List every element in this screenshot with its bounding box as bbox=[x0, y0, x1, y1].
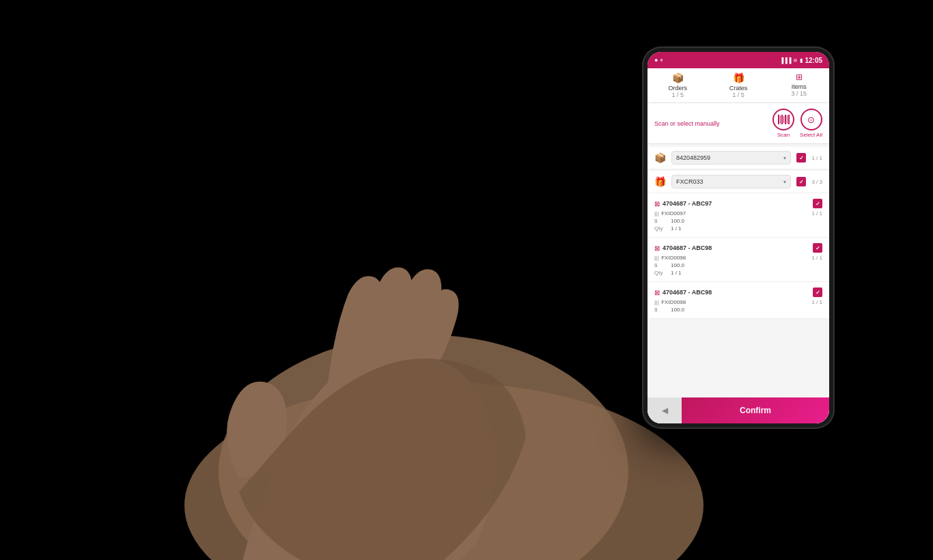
nav-tabs: 📦 Orders 1 / 5 🎁 Crates 1 / 5 ⊞ Items 3 … bbox=[647, 68, 829, 103]
item-1-price-row: $ 100.0 bbox=[654, 218, 822, 224]
item-2-qty: 1 / 1 bbox=[671, 270, 682, 276]
item-1-barcode-row: ||| FXID0097 1 / 1 bbox=[654, 210, 822, 216]
crate-id: FXCR033 bbox=[676, 178, 704, 185]
back-button[interactable]: ◀ bbox=[647, 397, 682, 423]
item-2-barcode-row: ||| FXID0098 1 / 1 bbox=[654, 255, 822, 261]
crates-count: 1 / 5 bbox=[732, 92, 744, 98]
orders-count: 1 / 5 bbox=[672, 92, 684, 98]
order-chevron: ▾ bbox=[783, 155, 786, 161]
order-selector[interactable]: 8420482959 ▾ bbox=[671, 151, 791, 165]
item-2-qty-label: Qty bbox=[654, 270, 668, 276]
items-label: Items bbox=[792, 83, 807, 90]
item-2-price-row: $ 100.0 bbox=[654, 262, 822, 268]
crate-icon: 🎁 bbox=[654, 176, 666, 187]
item-3-header: ⊠ 4704687 - ABC98 bbox=[654, 288, 822, 297]
orders-label: Orders bbox=[669, 85, 688, 92]
item-2-icon: ⊠ bbox=[654, 244, 660, 252]
tab-orders[interactable]: 📦 Orders 1 / 5 bbox=[647, 68, 708, 102]
scan-button-circle bbox=[772, 109, 794, 130]
item-2-checkbox[interactable] bbox=[813, 243, 822, 253]
item-3-dollar-icon: $ bbox=[654, 307, 668, 313]
item-3-barcode: FXID0098 bbox=[661, 299, 809, 305]
status-bar: ● ⌖ ▐▐▐ ≋ ▮ 12:05 bbox=[647, 52, 829, 68]
wifi-icon: ● bbox=[654, 57, 658, 64]
item-1-dollar-icon: $ bbox=[654, 218, 668, 224]
crate-chevron: ▾ bbox=[783, 179, 786, 185]
phone-screen: ● ⌖ ▐▐▐ ≋ ▮ 12:05 📦 Orders 1 / 5 bbox=[647, 52, 829, 423]
select-all-button[interactable]: ⊙ Select All bbox=[800, 109, 822, 138]
order-row[interactable]: 📦 8420482959 ▾ 1 / 1 bbox=[647, 147, 829, 169]
confirm-section: ◀ Confirm bbox=[647, 397, 829, 423]
confirm-label: Confirm bbox=[740, 406, 771, 415]
item-3-price: 100.0 bbox=[671, 307, 684, 313]
item-3-name: 4704687 - ABC98 bbox=[663, 289, 810, 296]
barcode-icon bbox=[778, 115, 790, 124]
tab-items[interactable]: ⊞ Items 3 / 15 bbox=[768, 68, 829, 102]
item-1-qty-row: Qty 1 / 1 bbox=[654, 225, 822, 232]
item-1-qty: 1 / 1 bbox=[671, 225, 682, 232]
status-left-icons: ● ⌖ bbox=[654, 57, 663, 64]
item-2-header: ⊠ 4704687 - ABC98 bbox=[654, 243, 822, 253]
item-3-icon: ⊠ bbox=[654, 289, 660, 296]
item-1-barcode: FXID0097 bbox=[661, 210, 809, 216]
location-icon: ⌖ bbox=[660, 57, 663, 64]
select-all-icon: ⊙ bbox=[807, 115, 815, 125]
list-item[interactable]: ⊠ 4704687 - ABC98 ||| FXID0098 1 / 1 $ 1… bbox=[647, 283, 829, 319]
order-id: 8420482959 bbox=[676, 154, 710, 161]
order-icon: 📦 bbox=[654, 152, 666, 163]
scan-section: Scan or select manually bbox=[647, 103, 829, 144]
item-2-barcode: FXID0098 bbox=[661, 255, 809, 261]
scan-prompt: Scan or select manually bbox=[654, 120, 720, 127]
item-1-checkbox[interactable] bbox=[813, 199, 822, 208]
crate-section: 🎁 FXCR033 ▾ 3 / 3 ⊠ 4704687 - ABC97 bbox=[647, 171, 829, 319]
phone-device: ● ⌖ ▐▐▐ ≋ ▮ 12:05 📦 Orders 1 / 5 bbox=[642, 46, 835, 429]
tab-crates[interactable]: 🎁 Crates 1 / 5 bbox=[708, 68, 769, 102]
crate-header[interactable]: 🎁 FXCR033 ▾ 3 / 3 bbox=[647, 171, 829, 193]
scan-button[interactable]: Scan bbox=[772, 109, 794, 138]
order-count: 1 / 1 bbox=[811, 155, 822, 161]
item-3-barcode-icon: ||| bbox=[654, 299, 658, 305]
item-2-price: 100.0 bbox=[671, 262, 684, 268]
crates-label: Crates bbox=[729, 85, 748, 92]
orders-icon: 📦 bbox=[672, 72, 684, 83]
item-1-name: 4704687 - ABC97 bbox=[663, 200, 810, 207]
items-count: 3 / 15 bbox=[791, 90, 807, 97]
item-1-barcode-count: 1 / 1 bbox=[811, 210, 822, 216]
items-icon: ⊞ bbox=[796, 72, 803, 82]
item-3-checkbox[interactable] bbox=[813, 288, 822, 297]
crate-checkbox[interactable] bbox=[796, 177, 806, 186]
battery-icon: ▮ bbox=[800, 57, 803, 64]
item-2-name: 4704687 - ABC98 bbox=[663, 244, 810, 251]
signal-icon: ▐▐▐ bbox=[779, 57, 791, 64]
status-right-icons: ▐▐▐ ≋ ▮ 12:05 bbox=[779, 57, 822, 64]
select-all-circle: ⊙ bbox=[800, 109, 822, 130]
item-3-barcode-row: ||| FXID0098 1 / 1 bbox=[654, 299, 822, 305]
item-1-header: ⊠ 4704687 - ABC97 bbox=[654, 199, 822, 208]
time-display: 12:05 bbox=[805, 57, 822, 64]
item-2-qty-row: Qty 1 / 1 bbox=[654, 270, 822, 276]
crate-selector[interactable]: FXCR033 ▾ bbox=[671, 175, 791, 188]
scan-label: Scan bbox=[777, 132, 790, 138]
select-all-label: Select All bbox=[800, 132, 822, 138]
content-area[interactable]: 📦 8420482959 ▾ 1 / 1 🎁 FXCR033 ▾ bbox=[647, 144, 829, 397]
item-2-barcode-icon: ||| bbox=[654, 255, 658, 261]
crates-icon: 🎁 bbox=[733, 72, 744, 83]
scan-actions: Scan ⊙ Select All bbox=[772, 109, 822, 138]
item-1-qty-label: Qty bbox=[654, 225, 668, 232]
item-1-barcode-icon: ||| bbox=[654, 210, 658, 216]
list-item[interactable]: ⊠ 4704687 - ABC97 ||| FXID0097 1 / 1 $ 1… bbox=[647, 195, 829, 238]
item-3-barcode-count: 1 / 1 bbox=[811, 299, 822, 305]
item-2-barcode-count: 1 / 1 bbox=[811, 255, 822, 261]
scene: ● ⌖ ▐▐▐ ≋ ▮ 12:05 📦 Orders 1 / 5 bbox=[0, 0, 933, 560]
order-checkbox[interactable] bbox=[796, 153, 806, 163]
item-3-price-row: $ 100.0 bbox=[654, 307, 822, 313]
item-1-icon: ⊠ bbox=[654, 200, 660, 208]
item-1-price: 100.0 bbox=[671, 218, 684, 224]
list-item[interactable]: ⊠ 4704687 - ABC98 ||| FXID0098 1 / 1 $ 1… bbox=[647, 239, 829, 282]
wifi-signal-icon: ≋ bbox=[793, 57, 798, 64]
item-2-dollar-icon: $ bbox=[654, 262, 668, 268]
crate-count: 3 / 3 bbox=[811, 179, 822, 185]
back-icon: ◀ bbox=[662, 406, 668, 415]
confirm-button[interactable]: Confirm bbox=[682, 397, 829, 423]
